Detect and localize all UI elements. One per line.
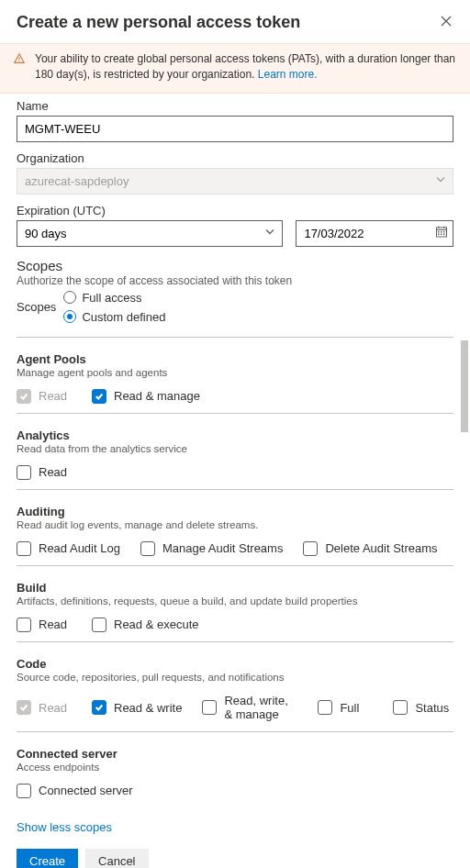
- svg-rect-7: [441, 231, 442, 233]
- perm-auditing-readlog[interactable]: Read Audit Log: [17, 541, 120, 556]
- radio-full-access[interactable]: Full access: [63, 291, 165, 305]
- scope-connected-server: Connected server Access endpoints Connec…: [17, 731, 453, 807]
- scope-analytics: Analytics Read data from the analytics s…: [17, 413, 453, 489]
- perm-code-status[interactable]: Status: [393, 700, 449, 715]
- svg-rect-1: [18, 61, 19, 61]
- expiration-label: Expiration (UTC): [17, 204, 453, 217]
- radio-icon: [63, 291, 76, 304]
- perm-agentpools-read: Read: [17, 389, 72, 404]
- scrollbar-thumb[interactable]: [461, 340, 468, 432]
- checkbox-icon: [92, 389, 106, 404]
- name-input[interactable]: [17, 116, 453, 142]
- checkbox-icon: [393, 700, 408, 715]
- svg-rect-9: [438, 234, 440, 236]
- checkbox-icon: [92, 700, 106, 715]
- scopes-title: Scopes: [17, 258, 453, 273]
- checkbox-icon: [17, 541, 31, 556]
- svg-rect-11: [443, 234, 445, 236]
- checkbox-icon: [318, 700, 332, 715]
- scope-auditing: Auditing Read audit log events, manage a…: [17, 489, 453, 565]
- warning-text: Your ability to create global personal a…: [35, 51, 457, 83]
- scope-agent-pools: Agent Pools Manage agent pools and agent…: [17, 337, 453, 413]
- organization-label: Organization: [17, 151, 453, 165]
- svg-rect-8: [443, 231, 445, 233]
- show-less-scopes-link[interactable]: Show less scopes: [17, 820, 112, 834]
- perm-build-read[interactable]: Read: [17, 618, 72, 632]
- warning-icon: [13, 52, 26, 83]
- perm-auditing-delete[interactable]: Delete Audit Streams: [303, 541, 437, 556]
- dialog-header: Create a new personal access token: [0, 0, 470, 43]
- svg-rect-0: [18, 57, 19, 60]
- radio-custom-defined[interactable]: Custom defined: [63, 310, 165, 324]
- dialog-title: Create a new personal access token: [17, 13, 300, 32]
- checkbox-icon: [303, 541, 318, 556]
- pat-dialog: Create a new personal access token Your …: [0, 0, 470, 868]
- scope-build: Build Artifacts, definitions, requests, …: [17, 565, 453, 641]
- checkbox-icon: [17, 465, 31, 480]
- close-icon[interactable]: [439, 14, 453, 31]
- calendar-icon[interactable]: [435, 226, 448, 241]
- svg-rect-6: [438, 231, 440, 233]
- perm-auditing-manage[interactable]: Manage Audit Streams: [140, 541, 284, 556]
- checkbox-icon: [140, 541, 155, 556]
- scope-code: Code Source code, repositories, pull req…: [17, 641, 453, 731]
- perm-code-full[interactable]: Full: [318, 700, 373, 715]
- dialog-footer: Create Cancel: [0, 845, 470, 868]
- perm-connected-server[interactable]: Connected server: [17, 784, 133, 798]
- svg-rect-10: [441, 234, 442, 236]
- perm-build-readexec[interactable]: Read & execute: [92, 618, 199, 632]
- organization-select[interactable]: [17, 168, 453, 195]
- checkbox-icon: [202, 700, 217, 715]
- checkbox-icon: [92, 618, 106, 632]
- scrollbar[interactable]: [461, 340, 468, 836]
- perm-analytics-read[interactable]: Read: [17, 465, 72, 480]
- checkbox-icon: [17, 784, 31, 798]
- perm-code-read: Read: [17, 700, 72, 715]
- expiration-period-select[interactable]: [17, 220, 283, 247]
- warning-banner: Your ability to create global personal a…: [0, 43, 470, 94]
- perm-code-rwm[interactable]: Read, write, & manage: [202, 694, 297, 722]
- radio-icon: [63, 310, 76, 323]
- scopes-list: Agent Pools Manage agent pools and agent…: [17, 337, 470, 807]
- perm-code-readwrite[interactable]: Read & write: [92, 700, 182, 715]
- name-label: Name: [17, 99, 453, 113]
- checkbox-icon: [17, 618, 31, 632]
- perm-agentpools-readmanage[interactable]: Read & manage: [92, 389, 200, 404]
- cancel-button[interactable]: Cancel: [85, 849, 148, 868]
- scopes-label: Scopes: [17, 300, 56, 314]
- checkbox-icon: [17, 389, 31, 404]
- learn-more-link[interactable]: Learn more.: [258, 68, 318, 81]
- expiration-date-input[interactable]: [296, 220, 453, 247]
- scopes-subtitle: Authorize the scope of access associated…: [17, 274, 453, 287]
- checkbox-icon: [17, 700, 31, 715]
- create-button[interactable]: Create: [17, 849, 78, 868]
